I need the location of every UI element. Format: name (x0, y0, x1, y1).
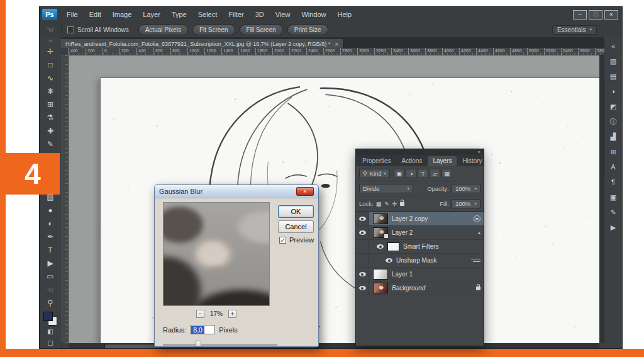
fill-dropdown[interactable]: 100% ▾ (452, 199, 480, 208)
path-selection-tool[interactable]: ▶ (40, 256, 61, 269)
navigator-panel-icon[interactable]: ⊞ (604, 144, 622, 159)
blur-tool[interactable]: ● (40, 203, 61, 217)
menu-image[interactable]: Image (107, 11, 138, 18)
type-tool[interactable]: T (40, 243, 61, 256)
timeline-panel-icon[interactable]: ▶ (604, 220, 622, 235)
adjustment-layer-filter-icon[interactable]: ◑ (406, 169, 416, 178)
quick-selection-tool[interactable]: ❋ (40, 84, 61, 98)
layer-row-layer-2[interactable]: Layer 2▴ (356, 226, 484, 240)
dialog-title-bar[interactable]: Gaussian Blur × (155, 185, 318, 198)
button-actual-pixels[interactable]: Actual Pixels (138, 25, 188, 35)
collapse-triangle-icon[interactable]: ▴ (478, 230, 480, 235)
pixel-layer-filter-icon[interactable]: ▣ (394, 169, 404, 178)
menu-select[interactable]: Select (192, 11, 223, 18)
layer-row-layer-1[interactable]: Layer 1 (356, 268, 484, 281)
checkbox-box[interactable]: ✓ (279, 237, 286, 244)
styles-panel-icon[interactable]: ◩ (604, 99, 622, 114)
adjustments-panel-icon[interactable]: ◑ (604, 84, 622, 99)
menu-edit[interactable]: Edit (84, 11, 107, 18)
shape-tool[interactable]: ▭ (40, 269, 61, 283)
zoom-in-button[interactable]: + (228, 310, 236, 318)
menu-view[interactable]: View (270, 11, 296, 18)
tab-properties[interactable]: Properties (357, 156, 396, 166)
histogram-panel-icon[interactable]: ▟ (604, 129, 622, 144)
cancel-button[interactable]: Cancel (278, 220, 314, 233)
layer-thumbnail[interactable] (373, 283, 388, 293)
pen-tool[interactable]: ✒ (40, 230, 61, 243)
smart-filter-eye-icon[interactable] (474, 215, 480, 222)
ok-button[interactable]: OK (278, 205, 314, 218)
move-tool[interactable]: ✛ (40, 45, 61, 58)
eye-icon[interactable] (359, 286, 366, 290)
visibility-column[interactable] (356, 254, 369, 267)
filter-kind-dropdown[interactable]: ⚲ Kind ▾ (359, 169, 390, 178)
healing-brush-tool[interactable]: ✚ (40, 124, 61, 137)
menu-layer[interactable]: Layer (137, 11, 166, 18)
vertical-scrollbar[interactable] (599, 55, 604, 343)
dialog-close-button[interactable]: × (296, 187, 314, 196)
button-fit-screen[interactable]: Fit Screen (192, 25, 235, 35)
hand-tool[interactable]: ☜ (40, 283, 61, 296)
dodge-tool[interactable]: ◐ (40, 217, 61, 230)
layer-row-background[interactable]: Background (356, 281, 484, 295)
button-fill-screen[interactable]: Fill Screen (240, 25, 283, 35)
lock-pixels-icon[interactable]: ✎ (384, 201, 389, 207)
slider-track[interactable] (163, 344, 277, 346)
color-panel-icon[interactable]: ▧ (604, 54, 622, 69)
dock-header[interactable]: » (356, 149, 484, 155)
blend-mode-dropdown[interactable]: Divide ▾ (359, 184, 413, 193)
blur-preview[interactable] (163, 202, 270, 306)
visibility-column[interactable] (356, 268, 369, 281)
opacity-dropdown[interactable]: 100% ▾ (452, 184, 480, 193)
color-swatches[interactable] (43, 312, 57, 326)
character-panel-icon[interactable]: A (604, 159, 622, 174)
toolbar-collapse-icon[interactable]: » (49, 37, 52, 45)
eye-icon[interactable] (377, 244, 384, 249)
layer-row-layer-2-copy[interactable]: Layer 2 copy (356, 212, 484, 226)
slider-thumb[interactable] (196, 341, 201, 347)
close-button[interactable]: × (604, 10, 618, 20)
layer-row-unsharp-mask[interactable]: Unsharp Mask (356, 254, 484, 268)
horizontal-scrollbar[interactable] (69, 343, 599, 348)
visibility-column[interactable] (356, 281, 369, 295)
info-panel-icon[interactable]: ⓘ (604, 114, 622, 129)
scrollbar-thumb[interactable] (604, 79, 604, 176)
layer-thumbnail[interactable] (373, 213, 388, 224)
layer-thumbnail[interactable] (373, 227, 388, 238)
layer-row-smart-filters[interactable]: Smart Filters (356, 240, 484, 254)
visibility-column[interactable] (356, 212, 369, 225)
minimize-button[interactable]: – (573, 10, 587, 20)
smart-object-filter-icon[interactable]: ▦ (441, 169, 452, 178)
eye-icon[interactable] (386, 258, 392, 263)
shape-layer-filter-icon[interactable]: ▱ (430, 169, 440, 178)
radius-input[interactable]: 8,0 (190, 325, 215, 334)
tab-layers[interactable]: Layers (428, 156, 457, 166)
tab-actions[interactable]: Actions (397, 156, 428, 166)
paragraph-panel-icon[interactable]: ¶ (604, 174, 622, 190)
lock-all-icon[interactable] (400, 202, 404, 206)
workspace-switcher[interactable]: Essentials ▾ (552, 25, 597, 35)
menu-3d[interactable]: 3D (250, 11, 270, 18)
visibility-column[interactable] (356, 240, 369, 253)
layer-thumbnail[interactable] (373, 269, 388, 280)
swatches-panel-icon[interactable]: ▤ (604, 69, 622, 84)
lock-position-icon[interactable]: ✛ (392, 201, 397, 207)
checkbox-box[interactable] (67, 26, 74, 33)
zoom-tool[interactable]: ⚲ (40, 296, 61, 309)
eye-icon[interactable] (359, 217, 366, 221)
preview-checkbox[interactable]: ✓ Preview (279, 236, 314, 244)
foreground-color-swatch[interactable] (43, 312, 53, 321)
layer-thumbnail[interactable] (387, 242, 399, 251)
quick-mask-icon[interactable]: ◧ (40, 326, 61, 337)
type-layer-filter-icon[interactable]: T (418, 169, 428, 178)
collapse-panels-icon[interactable]: » (478, 149, 480, 155)
radius-slider[interactable] (163, 341, 277, 347)
brush-panel-icon[interactable]: ✎ (604, 205, 622, 220)
crop-tool[interactable]: ⊞ (40, 98, 61, 111)
filter-blend-sliders-icon[interactable] (473, 258, 480, 263)
button-print-size[interactable]: Print Size (287, 25, 328, 35)
menu-help[interactable]: Help (332, 11, 358, 18)
rectangular-marquee-tool[interactable]: □ (40, 58, 61, 71)
lock-transparency-icon[interactable]: ▦ (376, 201, 382, 207)
screen-mode-icon[interactable]: ▢ (40, 337, 61, 348)
